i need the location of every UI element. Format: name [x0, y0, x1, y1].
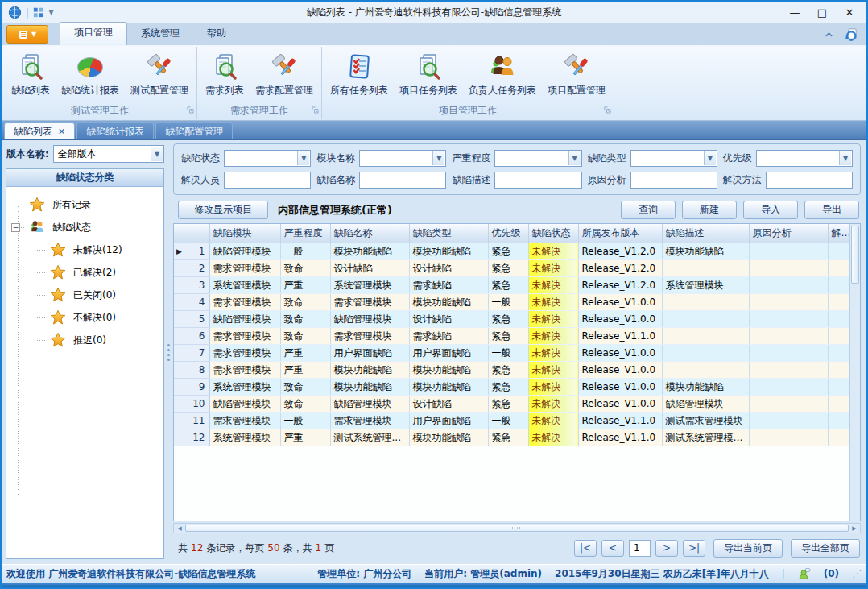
- row-selector[interactable]: 11: [174, 412, 209, 429]
- cell-type[interactable]: 模块功能缺陷: [409, 293, 488, 310]
- cell-priority[interactable]: 紧急: [488, 276, 528, 293]
- cell-severity[interactable]: 致命: [280, 259, 330, 276]
- cell-cause[interactable]: [749, 361, 828, 378]
- cell-module[interactable]: 缺陷管理模块: [209, 310, 280, 327]
- cell-status[interactable]: 未解决: [528, 327, 578, 344]
- cell-status[interactable]: 未解决: [528, 310, 578, 327]
- cell-description[interactable]: [662, 344, 749, 361]
- filter-input[interactable]: [494, 172, 581, 189]
- cell-severity[interactable]: 严重: [280, 429, 330, 446]
- scroll-right-icon[interactable]: ▶: [849, 524, 860, 533]
- cell-type[interactable]: 用户界面缺陷: [409, 412, 488, 429]
- horizontal-scrollbar[interactable]: ◀ ▶: [173, 523, 861, 533]
- row-selector[interactable]: 9: [174, 378, 209, 395]
- cell-description[interactable]: 测试系统管理模块...: [662, 429, 749, 446]
- cell-cause[interactable]: [749, 429, 828, 446]
- cell-release[interactable]: Release_V1.0.0: [578, 344, 662, 361]
- table-row[interactable]: 4 需求管理模块 致命 需求管理模块 模块功能缺陷 一般 未解决 Release…: [174, 293, 849, 310]
- cell-name[interactable]: 模块功能缺陷: [330, 378, 409, 395]
- cell-severity[interactable]: 一般: [280, 243, 330, 259]
- scrollbar-thumb[interactable]: [851, 226, 859, 284]
- table-row[interactable]: 10 缺陷管理模块 致命 缺陷管理模块 设计缺陷 紧急 未解决 Release_…: [174, 395, 849, 412]
- cell-cause[interactable]: [749, 327, 828, 344]
- panel-splitter[interactable]: [164, 140, 172, 564]
- cell-type[interactable]: 模块功能缺陷: [409, 429, 488, 446]
- tab-close-icon[interactable]: ✕: [58, 127, 65, 137]
- cell-type[interactable]: 用户界面缺陷: [409, 344, 488, 361]
- app-menu-button[interactable]: ▼: [6, 25, 48, 44]
- quick-access-grid-icon[interactable]: [33, 6, 44, 18]
- filter-select[interactable]: ▼: [494, 150, 581, 167]
- cell-solution[interactable]: [828, 429, 849, 446]
- action-button[interactable]: 新建: [682, 201, 737, 219]
- cell-solution[interactable]: [828, 310, 849, 327]
- ribbon-tab-project[interactable]: 项目管理: [60, 22, 127, 45]
- about-help-icon[interactable]: [845, 27, 858, 41]
- cell-status[interactable]: 未解决: [528, 344, 578, 361]
- scrollbar-thumb[interactable]: [185, 525, 849, 532]
- cell-description[interactable]: [662, 259, 749, 276]
- col-status[interactable]: 缺陷状态: [528, 224, 578, 243]
- cell-name[interactable]: 需求管理模块: [330, 327, 409, 344]
- cell-release[interactable]: Release_V1.0.0: [578, 378, 662, 395]
- row-selector[interactable]: 3: [174, 276, 209, 293]
- cell-severity[interactable]: 严重: [280, 276, 330, 293]
- filter-input[interactable]: [630, 172, 717, 189]
- cell-release[interactable]: Release_V1.0.0: [578, 293, 662, 310]
- cell-status[interactable]: 未解决: [528, 378, 578, 395]
- cell-description[interactable]: [662, 293, 749, 310]
- col-cause[interactable]: 原因分析: [749, 224, 828, 243]
- export-all-pages-button[interactable]: 导出全部页: [791, 539, 860, 558]
- app-globe-icon[interactable]: [8, 6, 22, 19]
- chevron-down-icon[interactable]: ▼: [297, 151, 309, 165]
- filter-select[interactable]: ▼: [630, 150, 717, 167]
- cell-solution[interactable]: [828, 259, 849, 276]
- filter-select[interactable]: ▼: [359, 150, 446, 167]
- cell-type[interactable]: 设计缺陷: [409, 310, 488, 327]
- cell-cause[interactable]: [749, 310, 828, 327]
- cell-solution[interactable]: [828, 361, 849, 378]
- col-name[interactable]: 缺陷名称: [330, 224, 409, 243]
- table-row[interactable]: ▶1 缺陷管理模块 一般 模块功能缺陷 模块功能缺陷 紧急 未解决 Releas…: [174, 243, 849, 259]
- table-row[interactable]: 7 需求管理模块 严重 用户界面缺陷 用户界面缺陷 一般 未解决 Release…: [174, 344, 849, 361]
- cell-release[interactable]: Release_V1.2.0: [578, 243, 662, 259]
- cell-type[interactable]: 设计缺陷: [409, 259, 488, 276]
- cell-module[interactable]: 需求管理模块: [209, 361, 280, 378]
- action-button[interactable]: 查询: [621, 201, 676, 219]
- first-page-button[interactable]: |<: [574, 540, 597, 557]
- col-description[interactable]: 缺陷描述: [662, 224, 749, 243]
- cell-priority[interactable]: 紧急: [488, 310, 528, 327]
- cell-solution[interactable]: [828, 395, 849, 412]
- cell-release[interactable]: Release_V1.2.0: [578, 276, 662, 293]
- action-button[interactable]: 导入: [743, 201, 798, 219]
- cell-module[interactable]: 缺陷管理模块: [209, 243, 280, 259]
- next-page-button[interactable]: >: [655, 540, 678, 557]
- row-selector[interactable]: ▶1: [174, 243, 209, 259]
- cell-description[interactable]: [662, 310, 749, 327]
- tree-item-defect-status[interactable]: − 缺陷状态: [10, 216, 160, 239]
- cell-status[interactable]: 未解决: [528, 276, 578, 293]
- version-select[interactable]: 全部版本 ▼: [53, 145, 164, 163]
- table-row[interactable]: 8 需求管理模块 严重 模块功能缺陷 模块功能缺陷 紧急 未解决 Release…: [174, 361, 849, 378]
- filter-input[interactable]: [766, 172, 853, 189]
- cell-release[interactable]: Release_V1.0.0: [578, 395, 662, 412]
- maximize-button[interactable]: □: [808, 2, 836, 22]
- col-module[interactable]: 缺陷模块: [209, 224, 280, 243]
- cell-release[interactable]: Release_V1.0.0: [578, 310, 662, 327]
- row-selector[interactable]: 12: [174, 429, 209, 446]
- cell-solution[interactable]: [828, 276, 849, 293]
- cell-priority[interactable]: 一般: [488, 344, 528, 361]
- cell-name[interactable]: 需求管理模块: [330, 293, 409, 310]
- cell-type[interactable]: 模块功能缺陷: [409, 243, 488, 259]
- cell-severity[interactable]: 严重: [280, 344, 330, 361]
- table-row[interactable]: 9 系统管理模块 致命 模块功能缺陷 模块功能缺陷 紧急 未解决 Release…: [174, 378, 849, 395]
- row-selector[interactable]: 4: [174, 293, 209, 310]
- cell-cause[interactable]: [749, 259, 828, 276]
- dialog-launcher-icon[interactable]: [312, 105, 319, 116]
- col-severity[interactable]: 严重程度: [280, 224, 330, 243]
- cell-name[interactable]: 设计缺陷: [330, 259, 409, 276]
- cell-module[interactable]: 需求管理模块: [209, 293, 280, 310]
- cell-module[interactable]: 系统管理模块: [209, 429, 280, 446]
- cell-type[interactable]: 需求缺陷: [409, 327, 488, 344]
- tree-item-status[interactable]: 已解决(2): [10, 261, 160, 284]
